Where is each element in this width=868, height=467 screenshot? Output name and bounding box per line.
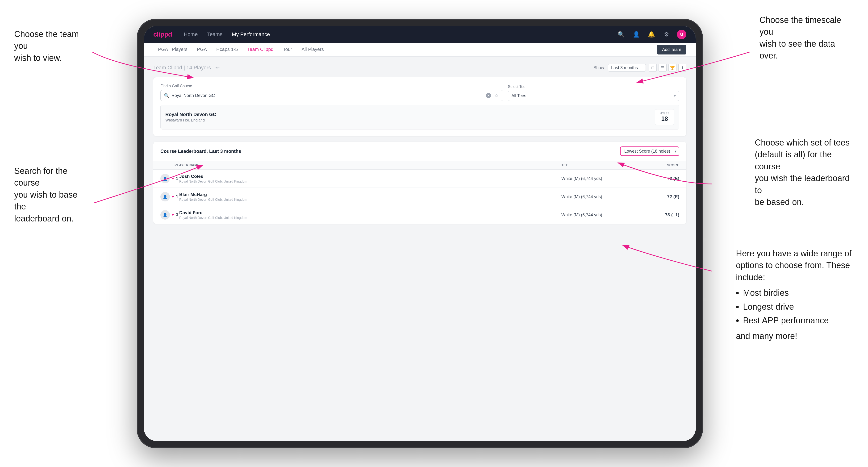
app-logo: clippd bbox=[153, 31, 172, 38]
leaderboard-card: Course Leaderboard, Last 3 months Lowest… bbox=[153, 142, 686, 224]
team-title-area: Team Clippd | 14 Players ✏ bbox=[153, 65, 220, 71]
nav-icons: 🔍 👤 🔔 ⚙ U bbox=[617, 30, 686, 39]
add-team-button[interactable]: Add Team bbox=[657, 45, 686, 55]
avatar: 👤 bbox=[160, 210, 170, 220]
rank-col: 👤 ♥ 3 bbox=[160, 210, 179, 220]
sub-nav-pga[interactable]: PGA bbox=[192, 43, 212, 56]
holes-number: 18 bbox=[660, 115, 670, 122]
rank-number: 1 bbox=[176, 176, 178, 181]
team-header: Team Clippd | 14 Players ✏ Show: Last 3 … bbox=[153, 64, 686, 72]
tee-chevron-icon: ▾ bbox=[674, 94, 676, 98]
annotation-top-right: Choose the timescale you wish to see the… bbox=[760, 14, 854, 62]
main-content: Team Clippd | 14 Players ✏ Show: Last 3 … bbox=[144, 57, 696, 441]
player-name-col-header: PLAYER NAME bbox=[160, 163, 561, 167]
course-result: Royal North Devon GC Westward Hol, Engla… bbox=[160, 105, 679, 129]
ipad-frame: clippd Home Teams My Performance 🔍 👤 🔔 ⚙… bbox=[137, 19, 703, 448]
nav-links: Home Teams My Performance bbox=[184, 31, 617, 37]
show-section: Show: Last 3 months Last month Last 6 mo… bbox=[593, 64, 686, 72]
show-select-wrapper: Last 3 months Last month Last 6 months L… bbox=[608, 64, 646, 72]
player-col: Josh Coles Royal North Devon Golf Club, … bbox=[179, 174, 561, 183]
tee-select-value: All Tees bbox=[512, 93, 526, 98]
player-name: Blair McHarg bbox=[179, 192, 247, 197]
avatar: 👤 bbox=[160, 174, 170, 183]
user-avatar[interactable]: U bbox=[677, 30, 686, 39]
heart-icon: ♥ bbox=[172, 213, 174, 217]
sub-nav: PGAT Players PGA Hcaps 1-5 Team Clippd T… bbox=[144, 43, 696, 57]
table-row: 👤 ♥ 1 Blair McHarg Royal North Devon Gol… bbox=[153, 188, 686, 206]
sub-nav-hcaps[interactable]: Hcaps 1-5 bbox=[212, 43, 243, 56]
search-magnify-icon: 🔍 bbox=[164, 93, 169, 98]
score-col-header: SCORE bbox=[632, 163, 679, 167]
show-select[interactable]: Last 3 months Last month Last 6 months L… bbox=[608, 64, 646, 72]
score-type-select[interactable]: Lowest Score (18 holes) Most Birdies Lon… bbox=[620, 147, 679, 156]
leaderboard-title: Course Leaderboard, Last 3 months bbox=[160, 149, 241, 154]
rank-number: 1 bbox=[176, 194, 178, 199]
rank-col: 👤 ♥ 1 bbox=[160, 192, 179, 201]
trophy-view-btn[interactable]: 🏆 bbox=[669, 64, 677, 72]
search-card: Find a Golf Course 🔍 ✕ ☆ Select Tee All … bbox=[153, 77, 686, 136]
ipad-screen: clippd Home Teams My Performance 🔍 👤 🔔 ⚙… bbox=[144, 26, 696, 441]
edit-team-icon[interactable]: ✏ bbox=[216, 65, 220, 70]
profile-icon-btn[interactable]: 👤 bbox=[632, 30, 641, 39]
annotation-top-left: Choose the team you wish to view. bbox=[14, 28, 90, 64]
sub-nav-tour[interactable]: Tour bbox=[278, 43, 297, 56]
score-text: 72 (E) bbox=[632, 194, 679, 199]
download-btn[interactable]: ⬇ bbox=[678, 64, 686, 72]
player-col: David Ford Royal North Devon Golf Club, … bbox=[179, 210, 561, 220]
find-course-label: Find a Golf Course bbox=[160, 84, 503, 88]
notification-icon-btn[interactable]: 🔔 bbox=[647, 30, 656, 39]
player-club: Royal North Devon Golf Club, United King… bbox=[179, 216, 247, 220]
tee-col-header: TEE bbox=[561, 163, 632, 167]
sub-nav-left: PGAT Players PGA Hcaps 1-5 Team Clippd T… bbox=[153, 43, 329, 56]
search-row: Find a Golf Course 🔍 ✕ ☆ Select Tee All … bbox=[160, 84, 679, 101]
course-location: Westward Hol, England bbox=[165, 118, 216, 122]
annotation-bottom-right: Here you have a wide range of options to… bbox=[736, 248, 854, 342]
avatar: 👤 bbox=[160, 192, 170, 201]
rank-col: 👤 ♥ 1 bbox=[160, 174, 179, 183]
view-icons: ⊞ ☰ 🏆 ⬇ bbox=[649, 64, 686, 72]
nav-link-my-performance[interactable]: My Performance bbox=[232, 31, 270, 37]
sub-nav-all-players[interactable]: All Players bbox=[297, 43, 328, 56]
nav-link-teams[interactable]: Teams bbox=[207, 31, 222, 37]
show-label: Show: bbox=[593, 65, 605, 70]
player-name: Josh Coles bbox=[179, 174, 247, 179]
annotation-middle-left: Search for the course you wish to base t… bbox=[14, 165, 90, 224]
score-text: 72 (E) bbox=[632, 176, 679, 181]
favorite-icon[interactable]: ☆ bbox=[493, 93, 500, 98]
tee-text: White (M) (6,744 yds) bbox=[561, 176, 632, 181]
clear-search-btn[interactable]: ✕ bbox=[486, 93, 491, 98]
tee-text: White (M) (6,744 yds) bbox=[561, 213, 632, 217]
tee-text: White (M) (6,744 yds) bbox=[561, 194, 632, 199]
search-input-wrapper: 🔍 ✕ ☆ bbox=[160, 90, 503, 101]
course-info: Royal North Devon GC Westward Hol, Engla… bbox=[165, 112, 216, 122]
rank-number: 3 bbox=[176, 213, 178, 217]
player-club: Royal North Devon Golf Club, United King… bbox=[179, 180, 247, 183]
team-title: Team Clippd | 14 Players bbox=[153, 65, 211, 71]
player-col: Blair McHarg Royal North Devon Golf Club… bbox=[179, 192, 561, 201]
grid-view-btn[interactable]: ⊞ bbox=[649, 64, 657, 72]
nav-bar: clippd Home Teams My Performance 🔍 👤 🔔 ⚙… bbox=[144, 26, 696, 43]
course-name: Royal North Devon GC bbox=[165, 112, 216, 117]
heart-icon: ♥ bbox=[172, 177, 174, 181]
leaderboard-columns: PLAYER NAME TEE SCORE bbox=[153, 161, 686, 169]
list-view-btn[interactable]: ☰ bbox=[658, 64, 666, 72]
score-text: 73 (+1) bbox=[632, 212, 679, 217]
search-icon-btn[interactable]: 🔍 bbox=[617, 30, 626, 39]
holes-label: Holes bbox=[660, 112, 670, 115]
sub-nav-team-clippd[interactable]: Team Clippd bbox=[243, 43, 278, 56]
table-row: 👤 ♥ 1 Josh Coles Royal North Devon Golf … bbox=[153, 169, 686, 188]
search-col: Find a Golf Course 🔍 ✕ ☆ bbox=[160, 84, 503, 101]
annotation-middle-right: Choose which set of tees (default is all… bbox=[755, 137, 854, 208]
tee-col: Select Tee All Tees ▾ bbox=[508, 85, 679, 101]
nav-link-home[interactable]: Home bbox=[184, 31, 198, 37]
score-select-wrapper: Lowest Score (18 holes) Most Birdies Lon… bbox=[620, 147, 679, 156]
player-name: David Ford bbox=[179, 210, 247, 215]
tee-select-label: Select Tee bbox=[508, 85, 679, 89]
leaderboard-header: Course Leaderboard, Last 3 months Lowest… bbox=[153, 142, 686, 161]
holes-badge: Holes 18 bbox=[655, 109, 674, 125]
tee-select-wrapper[interactable]: All Tees ▾ bbox=[508, 91, 679, 101]
player-club: Royal North Devon Golf Club, United King… bbox=[179, 198, 247, 201]
settings-icon-btn[interactable]: ⚙ bbox=[662, 30, 671, 39]
course-search-input[interactable] bbox=[172, 93, 484, 98]
sub-nav-pgat[interactable]: PGAT Players bbox=[153, 43, 192, 56]
